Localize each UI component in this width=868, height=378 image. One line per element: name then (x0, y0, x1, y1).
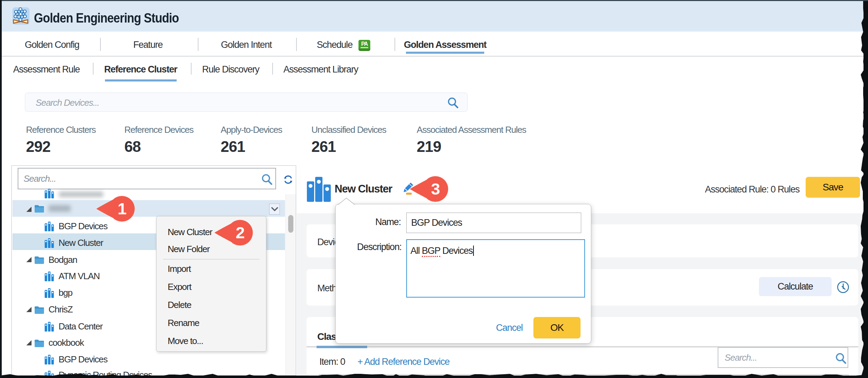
svg-text:2: 2 (236, 223, 245, 242)
svg-text:3: 3 (431, 180, 440, 198)
svg-text:1: 1 (118, 199, 126, 218)
svg-text:PA: PA (361, 41, 368, 47)
